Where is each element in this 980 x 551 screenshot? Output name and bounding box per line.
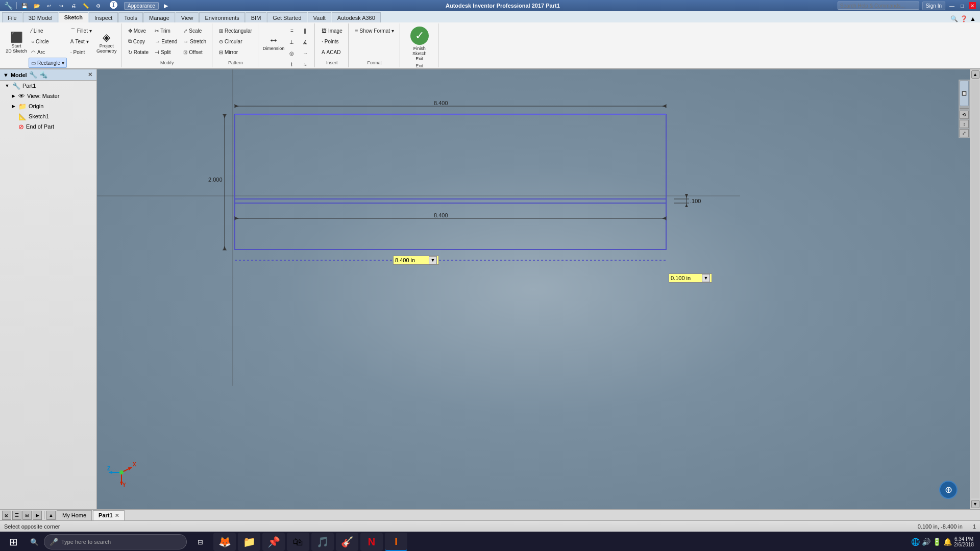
nav-btn-1[interactable]: ⟲ — [960, 111, 969, 119]
split-btn[interactable]: ⊣ Split — [152, 47, 180, 57]
steering-wheel[interactable]: ⊕ — [939, 481, 958, 499]
text-btn[interactable]: A Text ▾ — [68, 36, 94, 46]
quick-save[interactable]: 💾 — [20, 1, 29, 10]
tray-notification[interactable]: 🔔 — [943, 538, 952, 546]
trim-btn[interactable]: ✂ Trim — [152, 26, 180, 36]
line-btn[interactable]: ∕ Line — [29, 26, 67, 36]
quick-settings[interactable]: ⚙ — [93, 1, 103, 10]
panel-close-btn[interactable]: ✕ — [86, 71, 93, 79]
quick-print[interactable]: 🖨 — [69, 1, 78, 10]
nav-up[interactable]: ▲ — [46, 511, 56, 520]
tab-my-home[interactable]: My Home — [57, 510, 92, 520]
rectangle-btn[interactable]: ▭ Rectangle ▾ — [29, 58, 67, 68]
start-2d-sketch-btn[interactable]: ⬛ Start2D Sketch — [5, 26, 28, 60]
tree-item-part1[interactable]: ▼ 🔧 Part1 — [0, 81, 96, 91]
tab-view[interactable]: View — [176, 12, 199, 22]
dimension-btn[interactable]: ↔ Dimension — [262, 26, 285, 60]
nav-btn-3[interactable]: ⤢ — [960, 129, 969, 137]
nav-grid[interactable]: ⊞ — [22, 511, 32, 520]
quick-redo[interactable]: ↪ — [57, 1, 66, 10]
quick-undo[interactable]: ↩ — [44, 1, 54, 10]
acad-btn[interactable]: A ACAD — [319, 47, 345, 57]
task-search-icon[interactable]: 🔍 — [27, 533, 42, 551]
taskbar-search-bar[interactable]: 🎤 Type here to search — [44, 534, 187, 549]
task-view-btn[interactable]: ⊟ — [189, 533, 211, 551]
constraint-smooth[interactable]: ≈ — [299, 59, 311, 68]
taskbar-app-spotify[interactable]: 🎵 — [311, 533, 334, 551]
tree-item-sketch1[interactable]: 📐 Sketch1 — [0, 111, 96, 121]
view-cube[interactable]: 🔲 — [960, 81, 969, 106]
height-input-expand[interactable]: ▼ — [702, 274, 710, 282]
tab-part1-close[interactable]: ✕ — [115, 513, 119, 518]
model-filter-icon[interactable]: ▼ — [3, 72, 9, 78]
ribbon-search[interactable]: 🔍 — [950, 15, 958, 22]
mirror-btn[interactable]: ⊟ Mirror — [216, 47, 255, 57]
copy-btn[interactable]: ⧉ Copy — [126, 36, 151, 46]
width-input-expand[interactable]: ▼ — [429, 256, 437, 264]
width-input-box[interactable]: 8.400 in ▼ — [393, 256, 439, 265]
taskbar-app-firefox[interactable]: 🦊 — [213, 533, 236, 551]
tab-a360[interactable]: Autodesk A360 — [332, 12, 381, 22]
maximize-btn[interactable]: □ — [959, 2, 966, 9]
taskbar-app-music2[interactable]: 🎸 — [336, 533, 358, 551]
tray-battery[interactable]: 🔋 — [933, 538, 941, 546]
close-btn[interactable]: ✕ — [969, 2, 976, 9]
height-input-box[interactable]: 0.100 in ▼ — [669, 273, 712, 283]
start-button[interactable]: ⊞ — [2, 533, 24, 551]
tab-manage[interactable]: Manage — [143, 12, 175, 22]
points-btn[interactable]: · Points — [319, 36, 345, 46]
project-geometry-btn[interactable]: ◈ ProjectGeometry — [95, 26, 118, 60]
rectangular-btn[interactable]: ⊞ Rectangular — [216, 26, 255, 36]
tab-3dmodel[interactable]: 3D Model — [23, 12, 58, 22]
tab-environments[interactable]: Environments — [199, 12, 244, 22]
tray-network[interactable]: 🌐 — [911, 538, 920, 546]
circle-btn[interactable]: ○ Circle — [29, 36, 67, 46]
taskbar-app-netflix[interactable]: N — [360, 533, 383, 551]
constraint-fix[interactable]: ⌇ — [286, 59, 298, 68]
taskbar-app-store[interactable]: 🛍 — [287, 533, 309, 551]
tab-vault[interactable]: Vault — [308, 12, 331, 22]
tree-item-end-of-part[interactable]: ⊘ End of Part — [0, 121, 96, 132]
appearance-dropdown[interactable]: Appearance — [124, 2, 159, 10]
scroll-bottom[interactable]: ▼ — [971, 500, 979, 508]
system-clock[interactable]: 6:34 PM 2/6/2018 — [954, 536, 974, 547]
tab-bim[interactable]: BIM — [246, 12, 267, 22]
constraint-concentric[interactable]: ◎ — [286, 48, 298, 58]
constraint-parallel[interactable]: ‖ — [299, 26, 311, 36]
scale-btn[interactable]: ⤢ Scale — [181, 26, 209, 36]
ribbon-help[interactable]: ❓ — [960, 15, 968, 22]
tab-file[interactable]: File — [2, 12, 22, 22]
quick-open[interactable]: 📂 — [32, 1, 41, 10]
nav-first[interactable]: ⊠ — [2, 511, 11, 520]
taskbar-app-inventor[interactable]: I — [385, 533, 407, 551]
taskbar-app-explorer[interactable]: 📁 — [238, 533, 260, 551]
scroll-track[interactable] — [971, 80, 979, 498]
launch-btn[interactable]: ▶ — [164, 3, 168, 9]
tab-get-started[interactable]: Get Started — [267, 12, 307, 22]
constraint-perp[interactable]: ⊥ — [286, 37, 298, 47]
tab-sketch[interactable]: Sketch — [59, 12, 88, 22]
finish-sketch-btn[interactable]: ✓ FinishSketchExit — [404, 26, 435, 62]
nav-btn-2[interactable]: ↕ — [960, 120, 969, 128]
expand-part1[interactable]: ▼ — [4, 83, 10, 89]
show-format-btn[interactable]: ≡ Show Format ▾ — [353, 26, 397, 36]
image-btn[interactable]: 🖼 Image — [319, 26, 345, 36]
ribbon-collapse[interactable]: ▲ — [970, 15, 976, 22]
point-btn[interactable]: · Point — [68, 47, 94, 57]
constraint-collinear[interactable]: → — [299, 48, 311, 58]
circular-pattern-btn[interactable]: ⊙ Circular — [216, 36, 255, 46]
rotate-btn[interactable]: ↻ Rotate — [126, 47, 151, 57]
tree-item-origin[interactable]: ▶ 📁 Origin — [0, 101, 96, 111]
sign-in-btn[interactable]: Sign In — [922, 2, 945, 10]
fillet-btn[interactable]: ⌒ Fillet ▾ — [68, 26, 94, 36]
offset-btn[interactable]: ⊡ Offset — [181, 47, 209, 57]
tree-item-view-master[interactable]: ▶ 👁 View: Master — [0, 91, 96, 101]
move-btn[interactable]: ✥ Move — [126, 26, 151, 36]
scroll-top[interactable]: ▲ — [971, 70, 979, 79]
quick-measure[interactable]: 📏 — [81, 1, 90, 10]
taskbar-app-files[interactable]: 📌 — [262, 533, 285, 551]
tab-tools[interactable]: Tools — [118, 12, 143, 22]
expand-origin[interactable]: ▶ — [10, 103, 16, 109]
expand-view-master[interactable]: ▶ — [10, 93, 16, 99]
extend-btn[interactable]: → Extend — [152, 36, 180, 46]
